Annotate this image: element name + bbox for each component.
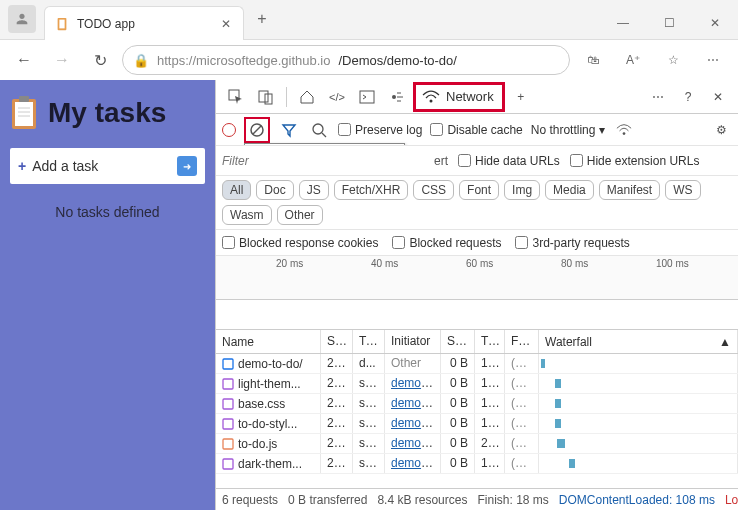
col-name[interactable]: Name xyxy=(216,330,321,353)
browser-tab[interactable]: TODO app ✕ xyxy=(44,6,244,40)
type-filter-all[interactable]: All xyxy=(222,180,251,200)
read-aloud-icon[interactable]: A⁺ xyxy=(616,45,650,75)
request-initiator[interactable]: demo-... xyxy=(385,414,441,433)
url-box[interactable]: 🔒 https://microsoftedge.github.io/Demos/… xyxy=(122,45,570,75)
request-name: base.css xyxy=(238,397,285,411)
sources-tab[interactable] xyxy=(383,84,411,110)
request-waterfall xyxy=(539,374,738,393)
request-waterfall xyxy=(539,394,738,413)
col-waterfall[interactable]: Waterfall▲ xyxy=(539,330,738,353)
network-conditions-icon[interactable] xyxy=(613,119,635,141)
devtools-close-icon[interactable]: ✕ xyxy=(704,84,732,110)
request-row[interactable]: demo-to-do/ 200 d... Other 0 B 1 ... (di… xyxy=(216,354,738,374)
request-time: 2 ... xyxy=(475,434,505,453)
request-row[interactable]: base.css 200 st... demo-... 0 B 1 ... (d… xyxy=(216,394,738,414)
console-tab[interactable] xyxy=(353,84,381,110)
submit-task-button[interactable]: ➜ xyxy=(177,156,197,176)
col-fulfilled[interactable]: Fu... xyxy=(505,330,539,353)
type-filter-js[interactable]: JS xyxy=(299,180,329,200)
blocked-bar: Blocked response cookies Blocked request… xyxy=(216,230,738,256)
more-button[interactable]: ⋯ xyxy=(696,45,730,75)
tab-close-button[interactable]: ✕ xyxy=(219,17,233,31)
col-initiator[interactable]: Initiator xyxy=(385,330,441,353)
refresh-button[interactable]: ↻ xyxy=(84,44,116,76)
svg-rect-3 xyxy=(15,102,33,126)
help-icon[interactable]: ? xyxy=(674,84,702,110)
type-filter-doc[interactable]: Doc xyxy=(256,180,293,200)
minimize-button[interactable]: ― xyxy=(600,7,646,39)
status-requests: 6 requests xyxy=(222,493,278,507)
filter-input[interactable] xyxy=(222,154,274,168)
request-row[interactable]: to-do-styl... 200 st... demo-... 0 B 1 .… xyxy=(216,414,738,434)
type-filter-wasm[interactable]: Wasm xyxy=(222,205,272,225)
third-party-checkbox[interactable]: 3rd-party requests xyxy=(515,236,629,250)
svg-rect-22 xyxy=(223,419,233,429)
timeline-ruler[interactable]: 20 ms40 ms60 ms80 ms100 ms xyxy=(216,256,738,300)
hide-extension-urls-checkbox[interactable]: Hide extension URLs xyxy=(570,154,700,168)
request-type: st... xyxy=(353,394,385,413)
type-filter-media[interactable]: Media xyxy=(545,180,594,200)
welcome-tab[interactable] xyxy=(293,84,321,110)
filter-toggle-icon[interactable] xyxy=(278,119,300,141)
svg-point-18 xyxy=(623,132,626,135)
network-tab[interactable]: Network xyxy=(413,82,505,112)
sort-icon: ▲ xyxy=(719,335,731,349)
inspect-icon[interactable] xyxy=(222,84,250,110)
timeline-spacer xyxy=(216,300,738,330)
device-icon[interactable] xyxy=(252,84,280,110)
hide-data-urls-checkbox[interactable]: Hide data URLs xyxy=(458,154,560,168)
profile-avatar[interactable] xyxy=(8,5,36,33)
close-button[interactable]: ✕ xyxy=(692,7,738,39)
type-filter-font[interactable]: Font xyxy=(459,180,499,200)
col-status[interactable]: St... xyxy=(321,330,353,353)
request-row[interactable]: light-them... 200 st... demo-... 0 B 1 .… xyxy=(216,374,738,394)
request-initiator[interactable]: demo-... xyxy=(385,454,441,473)
clear-log-button[interactable] xyxy=(244,117,270,143)
file-icon xyxy=(222,378,234,390)
record-button[interactable] xyxy=(222,123,236,137)
type-filter-img[interactable]: Img xyxy=(504,180,540,200)
svg-rect-23 xyxy=(223,439,233,449)
disable-cache-checkbox[interactable]: Disable cache xyxy=(430,123,522,137)
request-row[interactable]: to-do.js 200 sc... demo-... 0 B 2 ... (d… xyxy=(216,434,738,454)
type-filter-other[interactable]: Other xyxy=(277,205,323,225)
url-path: /Demos/demo-to-do/ xyxy=(338,53,457,68)
request-row[interactable]: dark-them... 200 st... demo-... 0 B 1 ..… xyxy=(216,454,738,474)
col-type[interactable]: Ty... xyxy=(353,330,385,353)
preserve-log-checkbox[interactable]: Preserve log xyxy=(338,123,422,137)
request-initiator[interactable]: Other xyxy=(385,354,441,373)
type-filter-css[interactable]: CSS xyxy=(413,180,454,200)
ruler-tick: 80 ms xyxy=(561,258,588,269)
search-icon[interactable] xyxy=(308,119,330,141)
shopping-icon[interactable]: 🛍 xyxy=(576,45,610,75)
url-host: https://microsoftedge.github.io xyxy=(157,53,330,68)
blocked-cookies-checkbox[interactable]: Blocked response cookies xyxy=(222,236,378,250)
request-initiator[interactable]: demo-... xyxy=(385,374,441,393)
add-task-input[interactable]: + Add a task ➜ xyxy=(10,148,205,184)
col-size[interactable]: Size xyxy=(441,330,475,353)
col-time[interactable]: Ti... xyxy=(475,330,505,353)
maximize-button[interactable]: ☐ xyxy=(646,7,692,39)
more-tabs-button[interactable]: + xyxy=(507,84,535,110)
grid-header[interactable]: Name St... Ty... Initiator Size Ti... Fu… xyxy=(216,330,738,354)
back-button[interactable]: ← xyxy=(8,44,40,76)
devtools-more-icon[interactable]: ⋯ xyxy=(644,84,672,110)
request-status: 200 xyxy=(321,354,353,373)
favorite-icon[interactable]: ☆ xyxy=(656,45,690,75)
elements-tab[interactable]: </> xyxy=(323,84,351,110)
request-initiator[interactable]: demo-... xyxy=(385,434,441,453)
no-tasks-text: No tasks defined xyxy=(10,204,205,220)
new-tab-button[interactable]: + xyxy=(248,5,276,33)
type-filter-ws[interactable]: WS xyxy=(665,180,700,200)
request-size: 0 B xyxy=(441,354,475,373)
throttling-select[interactable]: No throttling ▾ xyxy=(531,123,606,137)
request-initiator[interactable]: demo-... xyxy=(385,394,441,413)
devtools-tabbar: </> Network + ⋯ ? ✕ xyxy=(216,80,738,114)
type-filter-manifest[interactable]: Manifest xyxy=(599,180,660,200)
devtools-panel: </> Network + ⋯ ? ✕ Clear network log - … xyxy=(215,80,738,510)
settings-icon[interactable]: ⚙ xyxy=(710,119,732,141)
blocked-requests-checkbox[interactable]: Blocked requests xyxy=(392,236,501,250)
request-waterfall xyxy=(539,454,738,473)
type-filter-fetch-xhr[interactable]: Fetch/XHR xyxy=(334,180,409,200)
forward-button: → xyxy=(46,44,78,76)
